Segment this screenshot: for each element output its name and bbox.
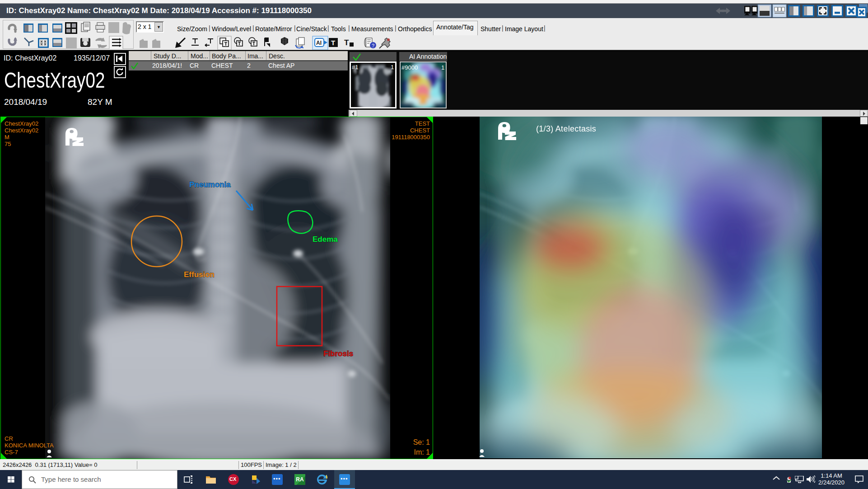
svg-text:KONICA MINOLTA: KONICA MINOLTA	[5, 442, 54, 449]
svg-text:CHEST: CHEST	[410, 127, 430, 134]
svg-text:(1/3) Atelectasis: (1/3) Atelectasis	[536, 124, 596, 133]
svg-text:T: T	[344, 38, 349, 47]
svg-text:ChestXray02: ChestXray02	[5, 120, 38, 127]
svg-text:Edema: Edema	[313, 235, 338, 244]
svg-text:CS-7: CS-7	[5, 449, 18, 456]
svg-text:#9000: #9000	[401, 64, 418, 71]
svg-text:?: ?	[372, 43, 374, 48]
svg-text:191118000350: 191118000350	[392, 134, 430, 141]
svg-text:Effusion: Effusion	[184, 270, 215, 279]
svg-text:TEST: TEST	[415, 120, 430, 127]
svg-text:ChestXray02: ChestXray02	[5, 127, 38, 134]
svg-text:Pneumonia: Pneumonia	[189, 180, 231, 189]
svg-text:Se: 1: Se: 1	[413, 438, 430, 446]
svg-text:75: 75	[5, 141, 11, 147]
svg-text:M: M	[5, 134, 9, 141]
svg-text:Im: 1: Im: 1	[414, 448, 430, 456]
svg-text:Fibrosis: Fibrosis	[323, 349, 353, 358]
svg-text:CR: CR	[5, 435, 13, 442]
svg-text:1: 1	[441, 64, 444, 71]
svg-text:AI: AI	[316, 40, 322, 46]
svg-text:T: T	[331, 39, 335, 47]
svg-text:#1: #1	[352, 64, 358, 71]
svg-text:1: 1	[391, 64, 394, 71]
